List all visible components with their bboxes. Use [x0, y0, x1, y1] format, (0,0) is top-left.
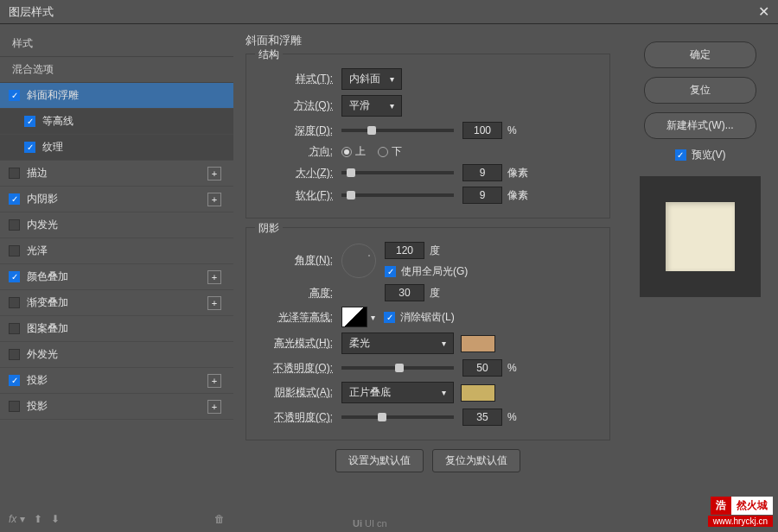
- effect-checkbox[interactable]: ✓: [24, 116, 35, 127]
- chevron-down-icon: ▾: [390, 74, 394, 84]
- right-column: 确定 复位 新建样式(W)... ✓预览(V): [622, 24, 778, 532]
- chevron-down-icon[interactable]: ▾: [371, 313, 375, 322]
- effect-checkbox[interactable]: ✓: [24, 142, 35, 153]
- sidebar-header-style[interactable]: 样式: [0, 31, 233, 57]
- sidebar-item-label: 内发光: [27, 218, 225, 232]
- sidebar-item-label: 图案叠加: [27, 321, 225, 336]
- sidebar-item-5[interactable]: 内发光: [0, 212, 233, 238]
- dialog-title: 图层样式: [9, 4, 758, 20]
- size-input[interactable]: 9: [462, 164, 502, 181]
- up-icon[interactable]: ⬆: [34, 513, 42, 525]
- depth-slider[interactable]: [341, 129, 454, 132]
- angle-input[interactable]: 120: [385, 242, 424, 259]
- effect-checkbox[interactable]: ✓: [9, 271, 20, 282]
- plus-icon[interactable]: +: [207, 374, 221, 388]
- plus-icon[interactable]: +: [207, 400, 221, 414]
- structure-group: 结构 样式(T): 内斜面▾ 方法(Q): 平滑▾ 深度(D): 100 % 方…: [246, 54, 610, 218]
- plus-icon[interactable]: +: [207, 270, 221, 284]
- content-panel: 斜面和浮雕 结构 样式(T): 内斜面▾ 方法(Q): 平滑▾ 深度(D): 1…: [233, 24, 622, 532]
- sidebar-item-label: 光泽: [27, 244, 225, 258]
- sidebar-item-7[interactable]: ✓颜色叠加+: [0, 264, 233, 290]
- size-slider[interactable]: [341, 171, 454, 174]
- effect-checkbox[interactable]: [9, 168, 20, 179]
- sidebar-item-12[interactable]: 投影+: [0, 394, 233, 420]
- plus-icon[interactable]: +: [207, 193, 221, 206]
- plus-icon[interactable]: +: [207, 296, 221, 310]
- highlight-opacity-input[interactable]: 50: [462, 359, 502, 377]
- preview-box: [640, 176, 761, 297]
- preview-checkbox[interactable]: ✓: [675, 149, 686, 161]
- sidebar-item-label: 纹理: [42, 140, 225, 155]
- shadow-opacity-label: 不透明度(C):: [255, 410, 333, 425]
- sidebar-item-label: 内阴影: [27, 192, 207, 206]
- direction-label: 方向:: [255, 144, 333, 159]
- shadow-color-swatch[interactable]: [461, 384, 495, 402]
- effect-checkbox[interactable]: [9, 323, 20, 334]
- effect-checkbox[interactable]: [9, 245, 20, 256]
- highlight-mode-dropdown[interactable]: 柔光▾: [341, 332, 454, 354]
- sidebar-item-label: 斜面和浮雕: [27, 88, 225, 103]
- sidebar-item-label: 颜色叠加: [27, 269, 207, 284]
- sidebar-item-label: 描边: [27, 166, 207, 180]
- sidebar-item-8[interactable]: 渐变叠加+: [0, 290, 233, 316]
- new-style-button[interactable]: 新建样式(W)...: [644, 112, 756, 139]
- style-dropdown[interactable]: 内斜面▾: [341, 68, 402, 90]
- effect-checkbox[interactable]: [9, 219, 20, 231]
- antialias-checkbox[interactable]: ✓: [384, 312, 395, 323]
- effect-checkbox[interactable]: ✓: [9, 90, 20, 101]
- sidebar-item-1[interactable]: ✓等高线: [0, 109, 233, 135]
- effect-checkbox[interactable]: [9, 297, 20, 308]
- down-icon[interactable]: ⬇: [51, 513, 60, 525]
- angle-dial[interactable]: [341, 244, 376, 278]
- shadow-opacity-slider[interactable]: [341, 415, 454, 419]
- sidebar-item-label: 投影: [27, 399, 207, 414]
- technique-dropdown[interactable]: 平滑▾: [341, 95, 402, 117]
- sidebar-footer: fx ▾ ⬆ ⬇ 🗑: [9, 513, 225, 525]
- highlight-opacity-slider[interactable]: [341, 366, 454, 370]
- sidebar-item-9[interactable]: 图案叠加: [0, 316, 233, 342]
- altitude-label: 高度:: [255, 286, 333, 301]
- soften-slider[interactable]: [341, 193, 454, 197]
- sidebar-item-4[interactable]: ✓内阴影+: [0, 187, 233, 212]
- soften-input[interactable]: 9: [462, 187, 502, 204]
- direction-up-radio[interactable]: [341, 147, 352, 157]
- direction-down-radio[interactable]: [378, 147, 388, 157]
- sidebar-item-0[interactable]: ✓斜面和浮雕: [0, 83, 233, 109]
- sidebar-item-3[interactable]: 描边+: [0, 161, 233, 187]
- gloss-contour-picker[interactable]: [341, 307, 367, 327]
- soften-unit: 像素: [507, 188, 528, 203]
- sidebar-item-label: 渐变叠加: [27, 295, 207, 310]
- highlight-opacity-label: 不透明度(O):: [255, 361, 333, 376]
- ok-button[interactable]: 确定: [644, 41, 756, 68]
- fx-menu[interactable]: fx ▾: [9, 513, 25, 525]
- depth-input[interactable]: 100: [462, 122, 502, 139]
- titlebar: 图层样式 ✕: [0, 0, 778, 24]
- watermark: 浩然火城 www.hryckj.cn: [708, 497, 773, 527]
- sidebar-item-2[interactable]: ✓纹理: [0, 135, 233, 161]
- set-default-button[interactable]: 设置为默认值: [335, 449, 424, 472]
- size-label: 大小(Z):: [255, 166, 333, 180]
- effect-checkbox[interactable]: ✓: [9, 375, 20, 386]
- close-icon[interactable]: ✕: [758, 3, 769, 20]
- effect-checkbox[interactable]: [9, 349, 20, 360]
- effect-checkbox[interactable]: [9, 401, 20, 412]
- sidebar-item-10[interactable]: 外发光: [0, 342, 233, 368]
- shadow-opacity-input[interactable]: 35: [462, 408, 502, 426]
- shadow-mode-dropdown[interactable]: 正片叠底▾: [341, 382, 454, 403]
- plus-icon[interactable]: +: [207, 167, 221, 180]
- global-light-checkbox[interactable]: ✓: [385, 266, 396, 277]
- sidebar-header-blend[interactable]: 混合选项: [0, 57, 233, 83]
- angle-label: 角度(N):: [255, 253, 333, 268]
- sidebar-item-label: 外发光: [27, 347, 225, 362]
- reset-default-button[interactable]: 复位为默认值: [432, 449, 520, 472]
- technique-label: 方法(Q):: [255, 98, 333, 113]
- sidebar-item-6[interactable]: 光泽: [0, 238, 233, 264]
- gloss-label: 光泽等高线:: [255, 310, 333, 325]
- panel-title: 斜面和浮雕: [246, 33, 610, 48]
- trash-icon[interactable]: 🗑: [214, 513, 225, 525]
- effect-checkbox[interactable]: ✓: [9, 193, 20, 205]
- highlight-color-swatch[interactable]: [461, 335, 495, 352]
- reset-button[interactable]: 复位: [644, 77, 756, 104]
- sidebar-item-11[interactable]: ✓投影+: [0, 368, 233, 394]
- altitude-input[interactable]: 30: [385, 284, 424, 301]
